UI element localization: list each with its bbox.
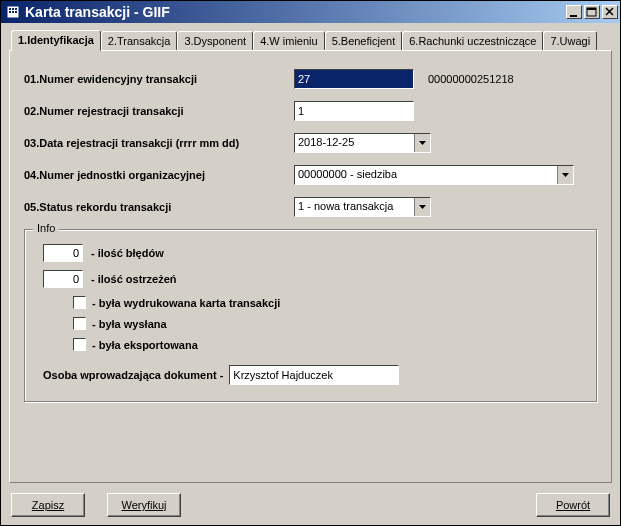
info-printed-row: - była wydrukowana karta transakcji [37,296,584,309]
maximize-button[interactable] [584,5,600,19]
svg-rect-5 [12,11,14,13]
select-status[interactable]: 1 - nowa transakcja [294,197,431,217]
svg-marker-12 [419,141,426,145]
svg-rect-1 [9,8,11,10]
row-05: 05.Status rekordu transakcji 1 - nowa tr… [24,197,597,217]
checkbox-sent[interactable] [73,317,86,330]
label-04: 04.Numer jednostki organizacyjnej [24,169,294,181]
select-jednostka-value: 00000000 - siedziba [295,166,557,184]
input-osoba[interactable] [229,365,399,385]
label-printed: - była wydrukowana karta transakcji [92,297,280,309]
tab-panel-identyfikacja: 01.Numer ewidencyjny transakcji 00000000… [9,50,612,483]
back-button[interactable]: Powrót [536,493,610,517]
checkbox-exported[interactable] [73,338,86,351]
label-05: 05.Status rekordu transakcji [24,201,294,213]
select-status-value: 1 - nowa transakcja [295,198,414,216]
client-area: 1.Identyfikacja 2.Transakcja 3.Dysponent… [1,23,620,525]
label-warnings: - ilość ostrzeżeń [91,273,177,285]
label-exported: - była eksportowana [92,339,198,351]
app-icon [5,4,21,20]
label-01: 01.Numer ewidencyjny transakcji [24,73,294,85]
tab-beneficjent[interactable]: 5.Beneficjent [325,31,403,50]
window-title: Karta transakcji - GIIF [25,4,566,20]
row-03: 03.Data rejestracji transakcji (rrrr mm … [24,133,597,153]
svg-rect-3 [15,8,17,10]
window-frame: Karta transakcji - GIIF 1.Identyfikacja … [0,0,621,526]
svg-rect-7 [570,15,577,17]
tab-dysponent[interactable]: 3.Dysponent [177,31,253,50]
info-sent-row: - była wysłana [37,317,584,330]
verify-button[interactable]: Weryfikuj [107,493,181,517]
svg-rect-6 [15,11,17,13]
save-button[interactable]: Zapisz [11,493,85,517]
svg-marker-14 [419,205,426,209]
date-value: 2018-12-25 [295,134,414,152]
chevron-down-icon[interactable] [414,198,430,216]
groupbox-info: Info - ilość błędów - ilość ostrzeżeń - … [24,229,597,402]
svg-marker-13 [562,173,569,177]
info-warnings-row: - ilość ostrzeżeń [37,270,584,288]
info-errors-row: - ilość błędów [37,244,584,262]
chevron-down-icon[interactable] [557,166,573,184]
svg-rect-2 [12,8,14,10]
label-errors: - ilość błędów [91,247,164,259]
tab-uwagi[interactable]: 7.Uwagi [543,31,597,50]
window-controls [566,5,618,19]
label-03: 03.Data rejestracji transakcji (rrrr mm … [24,137,294,149]
tab-strip: 1.Identyfikacja 2.Transakcja 3.Dysponent… [9,29,612,50]
svg-rect-9 [587,8,596,10]
row-04: 04.Numer jednostki organizacyjnej 000000… [24,165,597,185]
input-errors-count[interactable] [43,244,83,262]
input-numer-rejestracji[interactable] [294,101,414,121]
date-picker-data-rejestracji[interactable]: 2018-12-25 [294,133,431,153]
tab-transakcja[interactable]: 2.Transakcja [101,31,178,50]
label-sent: - była wysłana [92,318,167,330]
info-exported-row: - była eksportowana [37,338,584,351]
label-osoba: Osoba wprowadzająca dokument - [43,369,223,381]
chevron-down-icon[interactable] [414,134,430,152]
tab-identyfikacja[interactable]: 1.Identyfikacja [11,30,101,51]
input-warnings-count[interactable] [43,270,83,288]
minimize-button[interactable] [566,5,582,19]
tab-rachunki[interactable]: 6.Rachunki uczestniczące [402,31,543,50]
tab-w-imieniu[interactable]: 4.W imieniu [253,31,324,50]
input-numer-ewidencyjny[interactable] [294,69,414,89]
doc-entry-row: Osoba wprowadzająca dokument - [37,365,584,385]
titlebar: Karta transakcji - GIIF [1,1,620,23]
close-button[interactable] [602,5,618,19]
select-jednostka[interactable]: 00000000 - siedziba [294,165,574,185]
row-02: 02.Numer rejestracji transakcji [24,101,597,121]
svg-rect-4 [9,11,11,13]
label-02: 02.Numer rejestracji transakcji [24,105,294,117]
button-bar: Zapisz Weryfikuj Powrót [9,493,612,517]
groupbox-info-title: Info [33,222,59,234]
row-01: 01.Numer ewidencyjny transakcji 00000000… [24,69,597,89]
aux-01: 00000000251218 [428,73,514,85]
checkbox-printed[interactable] [73,296,86,309]
